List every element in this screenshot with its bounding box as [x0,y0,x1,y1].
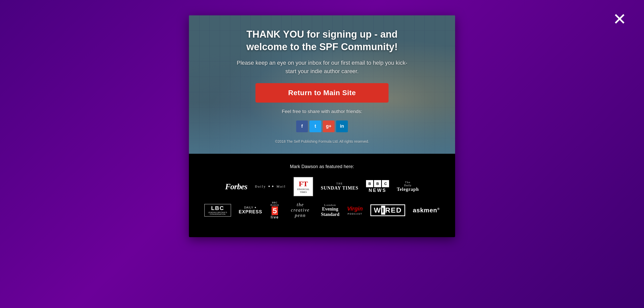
facebook-icon: f [301,124,303,129]
logo-daily-mail: Daily ✦✦ Mail [255,184,286,189]
linkedin-icon: in [340,124,344,129]
facebook-share-button[interactable]: f [296,120,308,132]
logo-daily-express: DAILY ✦ EXPRESS [239,206,262,215]
logo-lbc: LBC LEADING BRITAIN'S CONVERSATION [204,204,231,217]
logo-evening-standard: London Evening Standard [321,203,339,217]
footer-section: Mark Dawson as featured here: Forbes Dai… [189,154,455,237]
hero-content: THANK YOU for signing up - and welcome t… [225,28,419,144]
googleplus-share-button[interactable]: g+ [323,120,335,132]
logos-row-2: LBC LEADING BRITAIN'S CONVERSATION DAILY… [204,201,440,219]
share-text: Feel free to share with author friends: [282,109,362,114]
logo-bbc-news: B B C NEWS [366,180,389,193]
logo-sunday-times: THE SUNDAY TIMES [321,182,358,191]
logo-creative-penn: the creative penn [287,202,313,218]
close-button[interactable]: ✕ [611,10,629,28]
close-icon: ✕ [613,11,627,27]
hero-section: THANK YOU for signing up - and welcome t… [189,15,455,154]
return-to-main-site-button[interactable]: Return to Main Site [255,83,389,103]
twitter-share-button[interactable]: t [309,120,321,132]
logo-virgin-podcast: Virgin PODCAST [347,205,363,215]
logo-ft: FT FINANCIALTIMES [294,177,313,196]
logo-wired: WIRED [370,204,405,216]
hero-subtitle: Please keep an eye on your inbox for our… [232,59,412,75]
hero-title: THANK YOU for signing up - and welcome t… [225,28,419,53]
featured-label: Mark Dawson as featured here: [204,164,440,169]
main-container: THANK YOU for signing up - and welcome t… [189,15,455,237]
twitter-icon: t [315,124,316,129]
logo-askmen: askmen® [413,207,440,214]
googleplus-icon: g+ [326,124,331,129]
social-buttons-group: f t g+ in [296,120,348,132]
copyright-text: ©2018 The Self Publishing Formula Ltd. A… [275,139,369,144]
logo-daily-telegraph: The Daily Telegraph [397,181,419,192]
logo-bbc-5live: BBC RADIO 5 live [270,201,280,219]
logos-row-1: Forbes Daily ✦✦ Mail FT FINANCIALTIMES T… [204,177,440,196]
linkedin-share-button[interactable]: in [336,120,348,132]
logo-forbes: Forbes [225,182,247,191]
